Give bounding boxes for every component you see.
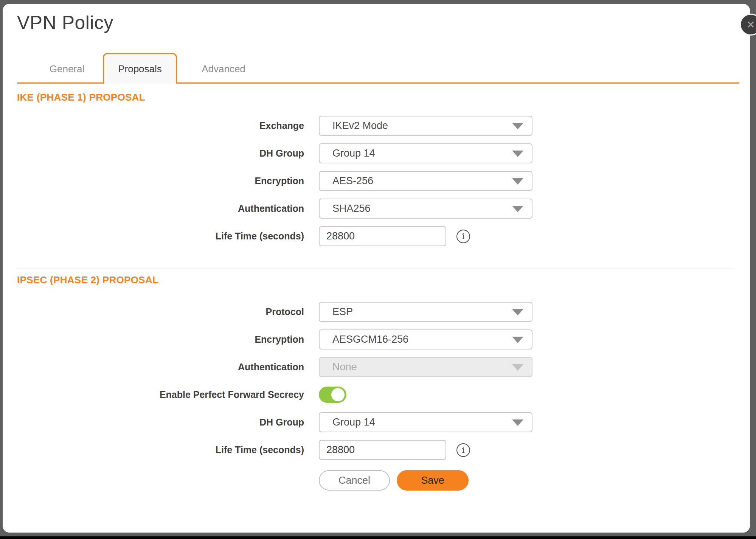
phase2-encryption-select[interactable]: AESGCM16-256 — [319, 329, 532, 349]
phase2-authentication-label: Authentication — [3, 362, 304, 373]
selected-value: Group 14 — [332, 416, 375, 428]
phase2-life-time-seconds-control: i — [319, 440, 470, 460]
tab-proposals[interactable]: Proposals — [103, 53, 177, 84]
phase2-authentication-select: None — [319, 357, 532, 377]
phase1-row-encryption: EncryptionAES-256 — [3, 171, 750, 191]
phase2-enable-perfect-forward-secrecy-toggle[interactable] — [319, 387, 346, 403]
phase1-encryption-select[interactable]: AES-256 — [319, 171, 532, 191]
phase2-row-enable-perfect-forward-secrecy: Enable Perfect Forward Secrecy — [3, 385, 750, 405]
close-icon: ✕ — [746, 19, 755, 31]
phase1-dh-group-select[interactable]: Group 14 — [319, 143, 532, 163]
dropdown-arrow-icon — [512, 151, 523, 157]
phase1-authentication-select[interactable]: SHA256 — [319, 199, 532, 219]
dialog-title: VPN Policy — [17, 11, 113, 34]
phase2-dh-group-control: Group 14 — [319, 412, 532, 432]
selected-value: ESP — [332, 306, 353, 318]
phase2-authentication-control: None — [319, 357, 532, 377]
footer-actions: Cancel Save — [319, 470, 469, 491]
phase1-dh-group-control: Group 14 — [319, 143, 532, 163]
phase2-life-time-seconds-label: Life Time (seconds) — [3, 444, 304, 455]
dropdown-arrow-icon — [512, 178, 523, 185]
info-icon[interactable]: i — [456, 443, 470, 457]
phase1-exchange-control: IKEv2 Mode — [319, 116, 532, 136]
tab-advanced[interactable]: Advanced — [187, 54, 260, 84]
phase1-life-time-seconds-control: i — [319, 226, 470, 246]
vpn-policy-dialog: VPN Policy GeneralProposalsAdvanced IKE … — [3, 4, 750, 533]
tab-bar: GeneralProposalsAdvanced — [17, 54, 739, 84]
phase2-enable-perfect-forward-secrecy-control — [319, 387, 346, 403]
phase2-protocol-control: ESP — [319, 302, 532, 322]
phase2-row-dh-group: DH GroupGroup 14 — [3, 412, 750, 432]
phase2-row-protocol: ProtocolESP — [3, 302, 750, 322]
phase2-encryption-label: Encryption — [3, 334, 304, 345]
phase1-row-authentication: AuthenticationSHA256 — [3, 199, 750, 219]
phase1-life-time-seconds-input[interactable] — [319, 226, 446, 246]
phase1-row-dh-group: DH GroupGroup 14 — [3, 143, 750, 163]
tab-label: Proposals — [118, 63, 162, 75]
phase1-dh-group-label: DH Group — [3, 148, 304, 159]
phase2-section-heading: IPSEC (PHASE 2) PROPOSAL — [17, 274, 158, 286]
phase2-form: ProtocolESPEncryptionAESGCM16-256Authent… — [3, 302, 750, 468]
phase2-row-authentication: AuthenticationNone — [3, 357, 750, 377]
phase1-row-exchange: ExchangeIKEv2 Mode — [3, 116, 750, 136]
phase2-row-encryption: EncryptionAESGCM16-256 — [3, 329, 750, 349]
save-button[interactable]: Save — [397, 470, 469, 491]
phase2-encryption-control: AESGCM16-256 — [319, 329, 532, 349]
phase1-row-life-time-seconds: Life Time (seconds)i — [3, 226, 750, 246]
selected-value: AES-256 — [332, 175, 373, 187]
phase2-row-life-time-seconds: Life Time (seconds)i — [3, 440, 750, 460]
phase1-authentication-control: SHA256 — [319, 199, 532, 219]
phase2-protocol-label: Protocol — [3, 306, 304, 317]
phase1-exchange-select[interactable]: IKEv2 Mode — [319, 116, 532, 136]
phase1-life-time-seconds-label: Life Time (seconds) — [3, 231, 304, 242]
tab-label: General — [50, 63, 85, 75]
phase2-dh-group-select[interactable]: Group 14 — [319, 412, 532, 432]
dropdown-arrow-icon — [512, 419, 523, 426]
dropdown-arrow-icon — [512, 123, 523, 129]
info-icon[interactable]: i — [456, 230, 470, 243]
phase1-encryption-control: AES-256 — [319, 171, 532, 191]
phase2-enable-perfect-forward-secrecy-label: Enable Perfect Forward Secrecy — [3, 389, 304, 400]
selected-value: None — [332, 361, 357, 373]
phase2-life-time-seconds-input[interactable] — [319, 440, 446, 460]
phase1-encryption-label: Encryption — [3, 176, 304, 186]
toggle-knob — [331, 388, 345, 401]
section-divider — [17, 269, 735, 269]
dropdown-arrow-icon — [512, 364, 523, 371]
phase1-exchange-label: Exchange — [3, 120, 304, 131]
phase1-authentication-label: Authentication — [3, 203, 304, 214]
tab-general[interactable]: General — [30, 54, 104, 84]
phase2-protocol-select[interactable]: ESP — [319, 302, 532, 322]
dropdown-arrow-icon — [512, 309, 523, 315]
cancel-button[interactable]: Cancel — [319, 470, 390, 491]
bottom-bar — [0, 536, 756, 539]
tab-label: Advanced — [202, 63, 245, 75]
selected-value: SHA256 — [332, 203, 371, 214]
selected-value: IKEv2 Mode — [332, 120, 388, 132]
phase2-dh-group-label: DH Group — [3, 417, 304, 428]
dropdown-arrow-icon — [512, 206, 523, 212]
phase1-section-heading: IKE (PHASE 1) PROPOSAL — [17, 92, 145, 103]
phase1-form: ExchangeIKEv2 ModeDH GroupGroup 14Encryp… — [3, 116, 750, 254]
selected-value: AESGCM16-256 — [332, 334, 408, 345]
dropdown-arrow-icon — [512, 337, 523, 343]
selected-value: Group 14 — [332, 148, 375, 159]
